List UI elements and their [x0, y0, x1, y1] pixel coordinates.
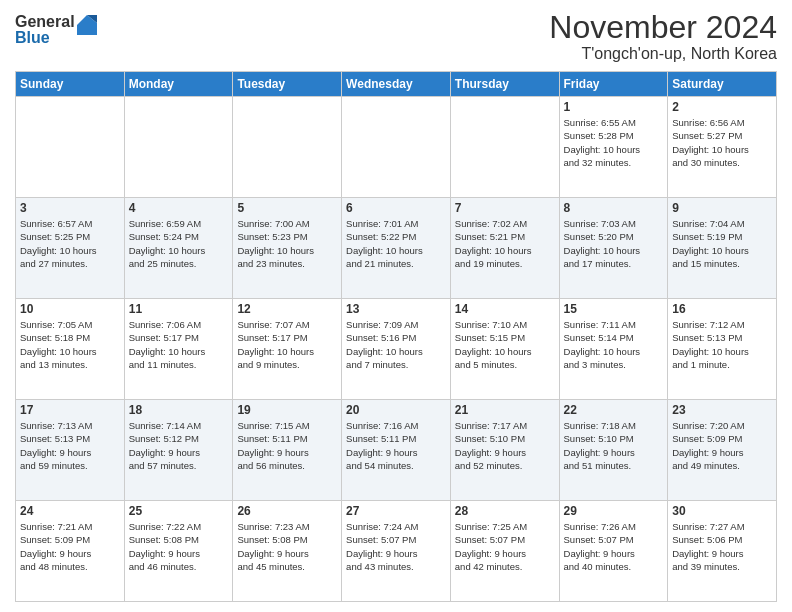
calendar-cell: 14Sunrise: 7:10 AM Sunset: 5:15 PM Dayli… — [450, 299, 559, 400]
day-number: 21 — [455, 403, 555, 417]
calendar-week-2: 3Sunrise: 6:57 AM Sunset: 5:25 PM Daylig… — [16, 198, 777, 299]
day-number: 25 — [129, 504, 229, 518]
calendar-cell: 30Sunrise: 7:27 AM Sunset: 5:06 PM Dayli… — [668, 501, 777, 602]
logo-text: General Blue — [15, 14, 75, 46]
day-info: Sunrise: 7:16 AM Sunset: 5:11 PM Dayligh… — [346, 419, 446, 472]
day-number: 2 — [672, 100, 772, 114]
calendar-header-tuesday: Tuesday — [233, 72, 342, 97]
calendar-cell: 15Sunrise: 7:11 AM Sunset: 5:14 PM Dayli… — [559, 299, 668, 400]
calendar-cell — [16, 97, 125, 198]
calendar-cell: 19Sunrise: 7:15 AM Sunset: 5:11 PM Dayli… — [233, 400, 342, 501]
day-info: Sunrise: 7:05 AM Sunset: 5:18 PM Dayligh… — [20, 318, 120, 371]
day-info: Sunrise: 7:11 AM Sunset: 5:14 PM Dayligh… — [564, 318, 664, 371]
header: General Blue November 2024 T'ongch'on-up… — [15, 10, 777, 63]
day-info: Sunrise: 7:02 AM Sunset: 5:21 PM Dayligh… — [455, 217, 555, 270]
day-number: 1 — [564, 100, 664, 114]
calendar-cell: 16Sunrise: 7:12 AM Sunset: 5:13 PM Dayli… — [668, 299, 777, 400]
day-number: 22 — [564, 403, 664, 417]
calendar-cell: 22Sunrise: 7:18 AM Sunset: 5:10 PM Dayli… — [559, 400, 668, 501]
day-info: Sunrise: 7:12 AM Sunset: 5:13 PM Dayligh… — [672, 318, 772, 371]
location-title: T'ongch'on-up, North Korea — [549, 45, 777, 63]
calendar-cell: 13Sunrise: 7:09 AM Sunset: 5:16 PM Dayli… — [342, 299, 451, 400]
day-info: Sunrise: 7:13 AM Sunset: 5:13 PM Dayligh… — [20, 419, 120, 472]
page: General Blue November 2024 T'ongch'on-up… — [0, 0, 792, 612]
calendar-week-4: 17Sunrise: 7:13 AM Sunset: 5:13 PM Dayli… — [16, 400, 777, 501]
calendar-cell: 17Sunrise: 7:13 AM Sunset: 5:13 PM Dayli… — [16, 400, 125, 501]
day-number: 10 — [20, 302, 120, 316]
day-number: 17 — [20, 403, 120, 417]
day-number: 5 — [237, 201, 337, 215]
day-info: Sunrise: 7:21 AM Sunset: 5:09 PM Dayligh… — [20, 520, 120, 573]
day-number: 19 — [237, 403, 337, 417]
calendar-header-saturday: Saturday — [668, 72, 777, 97]
calendar-cell: 29Sunrise: 7:26 AM Sunset: 5:07 PM Dayli… — [559, 501, 668, 602]
day-number: 15 — [564, 302, 664, 316]
logo-icon — [77, 15, 97, 35]
day-info: Sunrise: 7:01 AM Sunset: 5:22 PM Dayligh… — [346, 217, 446, 270]
calendar-cell: 25Sunrise: 7:22 AM Sunset: 5:08 PM Dayli… — [124, 501, 233, 602]
day-info: Sunrise: 7:14 AM Sunset: 5:12 PM Dayligh… — [129, 419, 229, 472]
day-number: 4 — [129, 201, 229, 215]
title-block: November 2024 T'ongch'on-up, North Korea — [549, 10, 777, 63]
day-number: 20 — [346, 403, 446, 417]
day-number: 27 — [346, 504, 446, 518]
calendar-cell: 7Sunrise: 7:02 AM Sunset: 5:21 PM Daylig… — [450, 198, 559, 299]
logo-general: General — [15, 14, 75, 30]
day-info: Sunrise: 7:25 AM Sunset: 5:07 PM Dayligh… — [455, 520, 555, 573]
calendar-cell — [342, 97, 451, 198]
calendar-cell: 21Sunrise: 7:17 AM Sunset: 5:10 PM Dayli… — [450, 400, 559, 501]
day-number: 13 — [346, 302, 446, 316]
day-info: Sunrise: 6:56 AM Sunset: 5:27 PM Dayligh… — [672, 116, 772, 169]
day-info: Sunrise: 7:22 AM Sunset: 5:08 PM Dayligh… — [129, 520, 229, 573]
month-title: November 2024 — [549, 10, 777, 45]
calendar-cell: 28Sunrise: 7:25 AM Sunset: 5:07 PM Dayli… — [450, 501, 559, 602]
calendar-header-monday: Monday — [124, 72, 233, 97]
day-info: Sunrise: 6:59 AM Sunset: 5:24 PM Dayligh… — [129, 217, 229, 270]
calendar-header-friday: Friday — [559, 72, 668, 97]
day-info: Sunrise: 7:17 AM Sunset: 5:10 PM Dayligh… — [455, 419, 555, 472]
calendar-week-1: 1Sunrise: 6:55 AM Sunset: 5:28 PM Daylig… — [16, 97, 777, 198]
day-number: 28 — [455, 504, 555, 518]
day-info: Sunrise: 7:18 AM Sunset: 5:10 PM Dayligh… — [564, 419, 664, 472]
logo-blue: Blue — [15, 30, 75, 46]
day-number: 16 — [672, 302, 772, 316]
day-number: 7 — [455, 201, 555, 215]
day-number: 12 — [237, 302, 337, 316]
calendar-cell: 9Sunrise: 7:04 AM Sunset: 5:19 PM Daylig… — [668, 198, 777, 299]
day-info: Sunrise: 6:55 AM Sunset: 5:28 PM Dayligh… — [564, 116, 664, 169]
calendar-cell: 1Sunrise: 6:55 AM Sunset: 5:28 PM Daylig… — [559, 97, 668, 198]
day-info: Sunrise: 7:24 AM Sunset: 5:07 PM Dayligh… — [346, 520, 446, 573]
calendar-cell: 10Sunrise: 7:05 AM Sunset: 5:18 PM Dayli… — [16, 299, 125, 400]
calendar-cell — [450, 97, 559, 198]
calendar-header-sunday: Sunday — [16, 72, 125, 97]
calendar-cell: 12Sunrise: 7:07 AM Sunset: 5:17 PM Dayli… — [233, 299, 342, 400]
day-number: 24 — [20, 504, 120, 518]
day-info: Sunrise: 7:06 AM Sunset: 5:17 PM Dayligh… — [129, 318, 229, 371]
day-info: Sunrise: 7:26 AM Sunset: 5:07 PM Dayligh… — [564, 520, 664, 573]
day-number: 18 — [129, 403, 229, 417]
day-number: 29 — [564, 504, 664, 518]
calendar-cell: 26Sunrise: 7:23 AM Sunset: 5:08 PM Dayli… — [233, 501, 342, 602]
calendar-cell: 20Sunrise: 7:16 AM Sunset: 5:11 PM Dayli… — [342, 400, 451, 501]
calendar-cell: 2Sunrise: 6:56 AM Sunset: 5:27 PM Daylig… — [668, 97, 777, 198]
calendar-header-wednesday: Wednesday — [342, 72, 451, 97]
calendar-cell: 4Sunrise: 6:59 AM Sunset: 5:24 PM Daylig… — [124, 198, 233, 299]
calendar-header-thursday: Thursday — [450, 72, 559, 97]
day-number: 3 — [20, 201, 120, 215]
day-number: 11 — [129, 302, 229, 316]
day-info: Sunrise: 6:57 AM Sunset: 5:25 PM Dayligh… — [20, 217, 120, 270]
logo: General Blue — [15, 14, 97, 46]
calendar-cell: 11Sunrise: 7:06 AM Sunset: 5:17 PM Dayli… — [124, 299, 233, 400]
day-info: Sunrise: 7:00 AM Sunset: 5:23 PM Dayligh… — [237, 217, 337, 270]
day-info: Sunrise: 7:07 AM Sunset: 5:17 PM Dayligh… — [237, 318, 337, 371]
day-info: Sunrise: 7:23 AM Sunset: 5:08 PM Dayligh… — [237, 520, 337, 573]
calendar-cell: 18Sunrise: 7:14 AM Sunset: 5:12 PM Dayli… — [124, 400, 233, 501]
calendar-week-3: 10Sunrise: 7:05 AM Sunset: 5:18 PM Dayli… — [16, 299, 777, 400]
day-number: 26 — [237, 504, 337, 518]
day-info: Sunrise: 7:10 AM Sunset: 5:15 PM Dayligh… — [455, 318, 555, 371]
calendar-cell: 24Sunrise: 7:21 AM Sunset: 5:09 PM Dayli… — [16, 501, 125, 602]
calendar-cell: 3Sunrise: 6:57 AM Sunset: 5:25 PM Daylig… — [16, 198, 125, 299]
calendar-cell: 27Sunrise: 7:24 AM Sunset: 5:07 PM Dayli… — [342, 501, 451, 602]
calendar-header-row: SundayMondayTuesdayWednesdayThursdayFrid… — [16, 72, 777, 97]
day-number: 23 — [672, 403, 772, 417]
